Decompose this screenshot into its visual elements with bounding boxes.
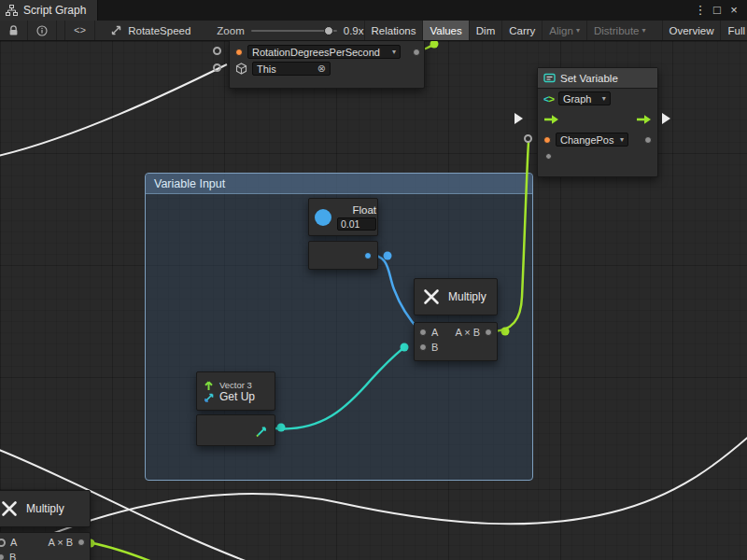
graph-canvas[interactable]: Variable Input RotationDegreesPerSecond … — [0, 41, 747, 560]
lock-button[interactable] — [0, 21, 28, 40]
get-variable-node[interactable]: RotationDegreesPerSecond ▾ This ⊗ — [229, 41, 425, 89]
multiply-node-2-ports[interactable]: A A × B B — [0, 532, 91, 560]
value-output-port[interactable] — [644, 136, 652, 144]
window-controls: ⋮ □ × — [693, 1, 747, 20]
multiply-icon — [422, 287, 441, 306]
input-port-b[interactable] — [419, 343, 427, 351]
values-button[interactable]: Values — [422, 21, 468, 40]
full-screen-button[interactable]: Full Screen — [720, 21, 747, 40]
graph-breadcrumb[interactable]: RotateSpeed — [101, 21, 200, 40]
flow-input-connector[interactable] — [514, 113, 523, 124]
node-header[interactable]: Set Variable — [538, 68, 657, 89]
output-port-result[interactable] — [485, 329, 492, 336]
vector3-node-port-section[interactable] — [196, 414, 275, 446]
flow-row — [538, 108, 657, 131]
close-icon[interactable]: × — [726, 1, 741, 20]
input-port-ring[interactable] — [524, 134, 532, 143]
toolbar: <> RotateSpeed Zoom 0.9x Relations Value… — [0, 21, 747, 41]
toolbar-buttons: Relations Values Dim Carry Align▾ Distri… — [364, 21, 747, 40]
zoom-handle[interactable] — [324, 26, 333, 35]
graph-icon — [6, 5, 18, 16]
group-title: Variable Input — [154, 177, 225, 190]
object-picker-icon[interactable]: ⊗ — [317, 63, 326, 74]
vector3-output-port-icon[interactable] — [255, 425, 268, 438]
variable-port[interactable] — [235, 49, 243, 56]
graph-pointer-icon — [110, 24, 122, 36]
variable-name-dropdown[interactable]: ChangePos ▾ — [556, 133, 628, 147]
inspect-button[interactable] — [28, 21, 57, 40]
group-header[interactable]: Variable Input — [146, 174, 532, 194]
node-title: Get Up — [219, 390, 255, 403]
wire-green-bottom — [82, 541, 177, 560]
port-row: B — [419, 340, 492, 355]
port-row: A A × B — [0, 535, 85, 550]
multiply-icon — [0, 499, 19, 518]
output-port-result[interactable] — [78, 539, 85, 546]
float-value-field[interactable]: 0.01 — [337, 217, 376, 231]
input-port-a[interactable] — [0, 539, 6, 547]
zoom-control: Zoom 0.9x — [217, 21, 363, 40]
value-input-row — [538, 148, 657, 163]
distribute-button[interactable]: Distribute▾ — [586, 21, 653, 40]
float-output-port[interactable] — [364, 252, 372, 259]
dropdown-caret-icon: ▾ — [642, 26, 646, 35]
multiply-node-header[interactable]: Multiply — [414, 278, 498, 315]
code-icon: <> — [74, 25, 86, 36]
value-output-port[interactable] — [413, 49, 420, 56]
zoom-slider[interactable] — [251, 30, 337, 32]
float-literal-node[interactable]: Float 0.01 — [308, 198, 378, 236]
variable-port[interactable] — [543, 136, 551, 144]
tab-script-graph[interactable]: Script Graph — [0, 0, 98, 21]
wire-knob — [430, 41, 439, 49]
node-title: Float — [352, 204, 376, 216]
zoom-value: 0.9x — [344, 25, 364, 36]
variable-name-dropdown[interactable]: RotationDegreesPerSecond ▾ — [247, 45, 401, 59]
input-port-a[interactable] — [419, 329, 427, 336]
port-row: A A × B — [419, 325, 492, 340]
port-label-a: A — [10, 537, 17, 548]
dim-button[interactable]: Dim — [469, 21, 501, 40]
node-title: Multiply — [26, 502, 64, 515]
kebab-menu-icon[interactable]: ⋮ — [693, 1, 708, 20]
input-port-ring[interactable] — [213, 47, 221, 55]
input-port-b[interactable] — [0, 553, 5, 560]
input-port-ring[interactable] — [213, 63, 221, 72]
dropdown-caret-icon: ▾ — [599, 94, 606, 103]
maximize-icon[interactable]: □ — [710, 1, 725, 20]
zoom-label: Zoom — [217, 25, 244, 36]
flow-output-connector[interactable] — [662, 113, 670, 124]
port-label-a: A — [431, 327, 438, 338]
carry-button[interactable]: Carry — [501, 21, 542, 40]
float-type-icon — [315, 209, 331, 226]
port-label-result: A × B — [455, 327, 480, 338]
flow-in-arrow-icon[interactable] — [543, 114, 559, 125]
code-preview-button[interactable]: <> — [64, 21, 95, 40]
float-node-port-section[interactable] — [308, 241, 378, 270]
vector3-get-up-node[interactable]: Vector 3 Get Up — [196, 371, 275, 411]
align-button[interactable]: Align▾ — [542, 21, 586, 40]
port-row: B — [0, 550, 85, 560]
variables-icon: <> — [543, 93, 554, 105]
set-variable-node[interactable]: Set Variable <> Graph ▾ ChangePos ▾ — [537, 67, 658, 177]
port-label-b: B — [431, 342, 438, 353]
value-input-port[interactable] — [545, 153, 552, 160]
dropdown-caret-icon: ▾ — [616, 135, 624, 144]
multiply-node-2-header[interactable]: Multiply — [0, 490, 91, 527]
overview-button[interactable]: Overview — [662, 21, 721, 40]
relations-button[interactable]: Relations — [364, 21, 423, 40]
titlebar: Script Graph ⋮ □ × — [0, 0, 747, 21]
wire-white-top-left — [0, 64, 227, 157]
target-row: This ⊗ — [235, 62, 420, 76]
up-arrow-icon — [203, 379, 215, 391]
scope-dropdown[interactable]: Graph ▾ — [558, 91, 611, 105]
node-title: Multiply — [448, 290, 486, 303]
flow-out-arrow-icon[interactable] — [636, 114, 652, 125]
port-label-result: A × B — [48, 537, 73, 548]
node-title: Set Variable — [560, 73, 618, 84]
multiply-node-ports[interactable]: A A × B B — [414, 322, 498, 361]
graph-name-label: RotateSpeed — [128, 25, 190, 36]
dropdown-caret-icon: ▾ — [388, 48, 396, 56]
target-object-field[interactable]: This ⊗ — [252, 62, 331, 76]
variable-row: ChangePos ▾ — [538, 131, 657, 148]
dropdown-caret-icon: ▾ — [576, 26, 580, 35]
